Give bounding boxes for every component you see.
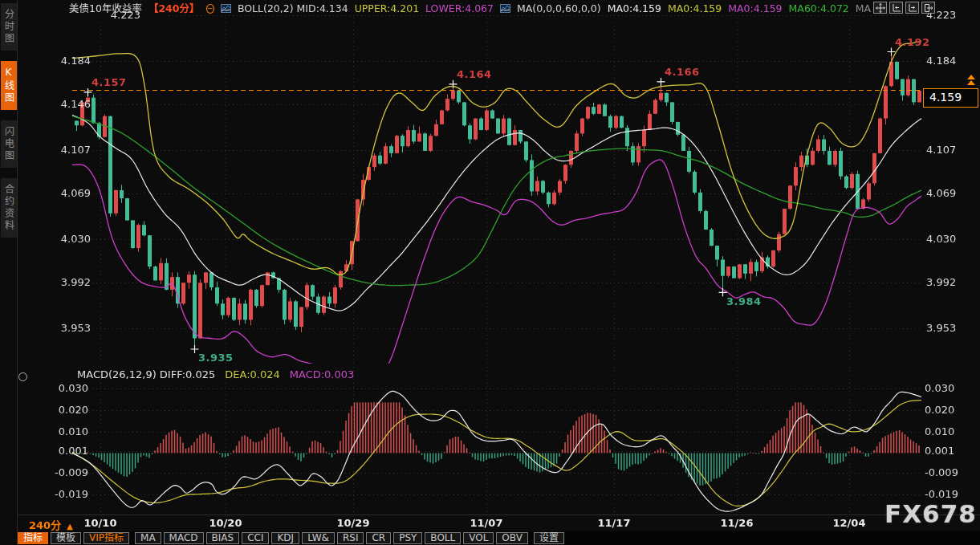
header-segment: 美债10年收益率: [69, 2, 142, 15]
x-axis-row: 240分▲ 10/1010/2010/2911/0711/1711/2612/0…: [18, 514, 980, 532]
toolbar-button-VOL[interactable]: VOL: [463, 532, 494, 544]
price-annotation: 3.935: [198, 352, 234, 364]
toolbar-button-LW&[interactable]: LW&: [302, 532, 335, 544]
header-segment: MA(0,0,0,60,0,0): [517, 2, 601, 15]
header-segment: MA60:4.072: [789, 2, 849, 15]
price-annotation: 3.984: [726, 295, 762, 307]
macd-header: MACD(26,12,9) DIFF:0.025DEA:0.024MACD:0.…: [77, 368, 354, 380]
price-annotation: 4.166: [665, 66, 700, 78]
toolbar-button-OBV[interactable]: OBV: [496, 532, 528, 544]
axis-scroll-left-icon[interactable]: [889, 2, 903, 14]
toolbar-button-KDJ[interactable]: KDJ: [271, 532, 299, 544]
chart-style-icon[interactable]: [221, 4, 231, 13]
date-label: 11/17: [598, 517, 631, 529]
jump-to-latest-icon[interactable]: [921, 2, 935, 14]
header-segment: MA0:4.159: [728, 2, 782, 15]
toolbar-button-模板[interactable]: 模板: [51, 532, 81, 544]
header-segment: MA0:4.159: [856, 2, 872, 15]
date-label: 11/26: [721, 517, 754, 529]
header-segment: MA0:4.159: [668, 2, 722, 15]
brand-watermark: FX678: [884, 499, 977, 528]
toolbar-button-CR[interactable]: CR: [366, 532, 391, 544]
date-label: 10/20: [209, 517, 242, 529]
macd-header-segment: MACD:0.003: [290, 368, 355, 380]
sidebar-tab-合约资料[interactable]: 合约资料: [1, 178, 17, 238]
date-label: 12/04: [833, 517, 866, 529]
header-segment: MA0:4.159: [608, 2, 661, 15]
trading-app: 分时图K线图闪电图合约资料 美债10年收益率【240分】−BOLL(20,2) …: [0, 0, 980, 545]
collapse-indicator-icon[interactable]: −: [206, 4, 214, 14]
toolbar-button-CCI[interactable]: CCI: [242, 532, 269, 544]
indicator-collapse-icon[interactable]: [18, 372, 27, 381]
chart-style-icon[interactable]: [500, 4, 510, 13]
toolbar-button-RSI[interactable]: RSI: [337, 532, 364, 544]
chart-toolbar-icons: [873, 2, 935, 14]
toolbar-button-MACD[interactable]: MACD: [164, 532, 204, 544]
price-annotation: 4.164: [457, 68, 492, 80]
sidebar-tab-闪电图[interactable]: 闪电图: [1, 120, 17, 168]
date-label: 10/10: [84, 517, 117, 529]
price-annotation: 4.192: [895, 36, 930, 48]
header-segment: BOLL(20,2) MID:4.134: [238, 2, 348, 15]
toolbar-button-指标[interactable]: 指标: [18, 532, 48, 544]
price-annotation: 4.157: [91, 76, 127, 88]
axis-scroll-right-icon[interactable]: [905, 2, 919, 14]
sidebar: 分时图K线图闪电图合约资料: [0, 0, 18, 545]
indicator-toolbar: 指标模板VIP指标MAMACDBIASCCIKDJLW&RSICRPSYBOLL…: [18, 531, 980, 545]
period-label: 240分: [29, 519, 61, 531]
date-label: 11/07: [470, 517, 503, 529]
toolbar-button-BOLL[interactable]: BOLL: [425, 532, 461, 544]
period-dropdown-arrow-icon: ▲: [67, 522, 73, 531]
chart-canvas[interactable]: [0, 0, 980, 545]
toolbar-button-VIP指标[interactable]: VIP指标: [83, 532, 129, 544]
chart-header: 美债10年收益率【240分】−BOLL(20,2) MID:4.134UPPER…: [69, 2, 872, 15]
pan-icon[interactable]: [873, 2, 887, 14]
period-selector[interactable]: 240分▲: [29, 517, 73, 532]
toolbar-button-设置[interactable]: 设置: [534, 532, 564, 544]
macd-header-segment: MACD(26,12,9) DIFF:0.025: [77, 368, 215, 380]
header-segment: UPPER:4.201: [355, 2, 419, 15]
toolbar-button-MA[interactable]: MA: [135, 532, 161, 544]
sidebar-tab-分时图[interactable]: 分时图: [1, 3, 17, 51]
macd-header-segment: DEA:0.024: [225, 368, 280, 380]
toolbar-button-PSY[interactable]: PSY: [393, 532, 422, 544]
current-price-value: 4.159: [929, 91, 962, 104]
header-segment: LOWER:4.067: [425, 2, 494, 15]
header-segment: 【240分】: [148, 2, 200, 15]
price-up-arrows-icon: [967, 75, 975, 86]
current-price-marker: 4.159: [923, 88, 978, 108]
toolbar-button-BIAS[interactable]: BIAS: [206, 532, 240, 544]
sidebar-tab-K线图[interactable]: K线图: [1, 61, 17, 110]
date-label: 10/29: [337, 517, 370, 529]
